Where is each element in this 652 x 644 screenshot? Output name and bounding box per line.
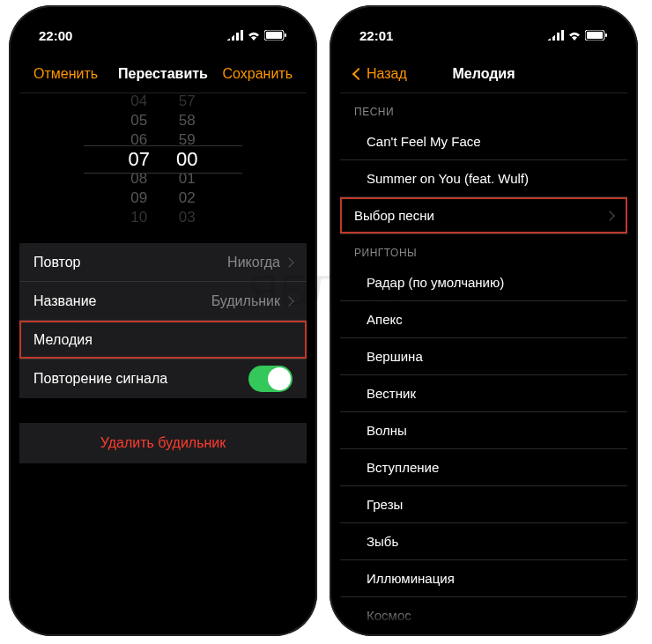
ringtone-row[interactable]: Иллюминация bbox=[340, 560, 627, 597]
svg-rect-6 bbox=[285, 33, 286, 37]
ringtone-row[interactable]: Вершина bbox=[340, 338, 627, 375]
chevron-right-icon bbox=[284, 257, 293, 267]
svg-rect-12 bbox=[587, 32, 603, 39]
repeat-value: Никогда bbox=[227, 255, 280, 270]
battery-icon bbox=[585, 30, 608, 41]
name-label: Название bbox=[33, 293, 97, 309]
wifi-icon bbox=[247, 30, 261, 41]
name-row[interactable]: Название Будильник bbox=[19, 282, 307, 321]
phone-left: 22:00 Отменить Переставить Сохранить 04 … bbox=[9, 5, 317, 636]
minute-picker[interactable]: 57 58 59 00 01 02 03 bbox=[176, 93, 197, 227]
nav-title: Мелодия bbox=[452, 66, 515, 82]
ringtone-row[interactable]: Грезы bbox=[340, 486, 627, 523]
svg-rect-10 bbox=[561, 30, 564, 41]
screen-right: 22:01 Назад Мелодия ПЕСНИ Can't Feel My … bbox=[340, 16, 627, 625]
repeat-label: Повтор bbox=[33, 255, 81, 270]
delete-alarm-button[interactable]: Удалить будильник bbox=[19, 423, 307, 463]
ringtone-row[interactable]: Космос bbox=[340, 597, 627, 625]
ringtone-row[interactable]: Волны bbox=[340, 412, 627, 449]
notch bbox=[409, 16, 559, 41]
wifi-icon bbox=[567, 30, 582, 41]
notch bbox=[88, 16, 238, 41]
ringtone-row[interactable]: Вступление bbox=[340, 449, 627, 486]
ringtone-row[interactable]: Радар (по умолчанию) bbox=[340, 264, 627, 301]
screen-left: 22:00 Отменить Переставить Сохранить 04 … bbox=[19, 16, 307, 625]
hour-picker[interactable]: 04 05 06 07 08 09 10 bbox=[129, 93, 150, 227]
status-time: 22:01 bbox=[359, 28, 393, 43]
save-button[interactable]: Сохранить bbox=[222, 66, 293, 82]
snooze-row: Повторение сигнала bbox=[19, 359, 307, 398]
name-value: Будильник bbox=[211, 293, 280, 309]
song-row[interactable]: Summer on You (feat. Wulf) bbox=[340, 160, 627, 197]
status-time: 22:00 bbox=[39, 28, 72, 43]
ringtone-row[interactable]: Зыбь bbox=[340, 523, 627, 560]
chevron-right-icon bbox=[284, 296, 293, 306]
svg-rect-9 bbox=[557, 33, 559, 41]
phone-right: 22:01 Назад Мелодия ПЕСНИ Can't Feel My … bbox=[330, 5, 638, 636]
ringtones-header: РИНГТОНЫ bbox=[340, 234, 627, 264]
repeat-row[interactable]: Повтор Никогда bbox=[19, 243, 307, 282]
ringtone-row[interactable]: Апекс bbox=[340, 301, 627, 338]
nav-title: Переставить bbox=[118, 66, 208, 82]
song-row[interactable]: Can't Feel My Face bbox=[340, 123, 627, 160]
svg-rect-3 bbox=[241, 30, 243, 41]
snooze-label: Повторение сигнала bbox=[33, 371, 167, 387]
songs-header: ПЕСНИ bbox=[340, 93, 627, 123]
pick-song-row[interactable]: Выбор песни bbox=[340, 197, 627, 234]
battery-icon bbox=[264, 30, 287, 41]
snooze-toggle[interactable] bbox=[248, 366, 293, 392]
chevron-left-icon bbox=[352, 67, 365, 79]
svg-rect-2 bbox=[236, 33, 239, 41]
svg-rect-5 bbox=[266, 32, 282, 39]
back-button[interactable]: Назад bbox=[354, 66, 407, 82]
ringtone-row[interactable]: Вестник bbox=[340, 375, 627, 412]
cancel-button[interactable]: Отменить bbox=[33, 66, 98, 82]
nav-bar: Отменить Переставить Сохранить bbox=[19, 55, 307, 93]
chevron-right-icon bbox=[604, 211, 614, 220]
time-picker[interactable]: 04 05 06 07 08 09 10 57 58 59 00 01 02 0… bbox=[19, 93, 307, 226]
sound-row[interactable]: Мелодия bbox=[19, 321, 307, 359]
nav-bar: Назад Мелодия bbox=[340, 55, 627, 93]
svg-rect-13 bbox=[605, 33, 607, 37]
sound-label: Мелодия bbox=[33, 332, 93, 348]
